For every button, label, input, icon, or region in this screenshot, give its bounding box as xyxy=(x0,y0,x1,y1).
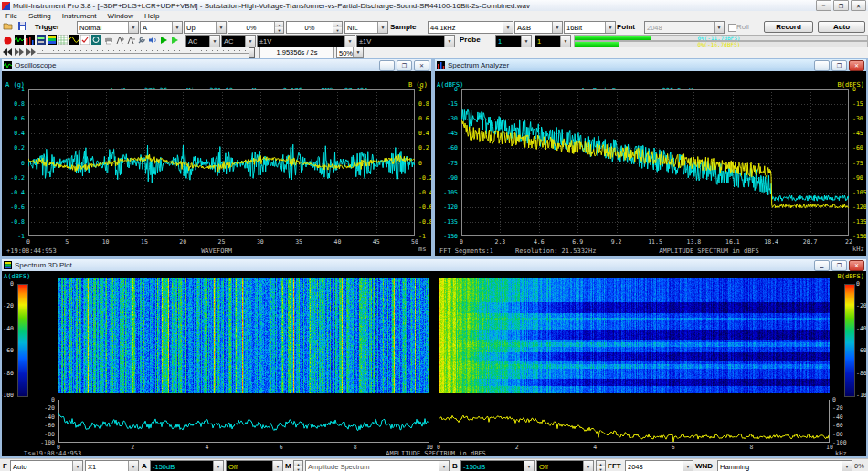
rewind-icon[interactable] xyxy=(2,47,12,56)
level-meter-a: 0%(-11.7dBFS) xyxy=(574,35,868,41)
trigger-mode-select[interactable]: Normal xyxy=(77,21,139,34)
data-logger-icon[interactable] xyxy=(58,35,69,45)
settings-wrench-icon[interactable] xyxy=(137,36,147,46)
roll-checkbox[interactable] xyxy=(728,24,736,32)
playback-slider[interactable] xyxy=(37,53,254,54)
b-ref-select[interactable]: Off xyxy=(536,460,594,471)
panel-minimize-icon[interactable] xyxy=(814,260,830,271)
x-zoom-select[interactable]: X1 xyxy=(85,460,139,471)
coupling-a-select[interactable]: AC xyxy=(185,35,220,47)
m-spinner[interactable] xyxy=(293,460,303,471)
spectrum-3d-titlebar[interactable]: Spectrum 3D Plot xyxy=(2,259,866,272)
spinner-arrows-icon[interactable] xyxy=(294,461,302,471)
panel-maximize-icon[interactable] xyxy=(397,60,412,71)
speaker-icon[interactable] xyxy=(148,36,158,46)
trigger-delay-spinner[interactable]: 0% xyxy=(286,21,343,34)
spinner-arrows-icon[interactable] xyxy=(333,22,342,33)
spectrum-3d-plot-icon[interactable] xyxy=(48,35,58,45)
record-indicator-icon[interactable] xyxy=(4,37,14,47)
tick-label: 0.6 xyxy=(418,116,429,122)
fast-forward-icon[interactable] xyxy=(26,47,36,56)
oscilloscope-icon[interactable] xyxy=(15,35,25,45)
panel-maximize-icon[interactable] xyxy=(831,260,847,271)
b-spinner[interactable] xyxy=(596,460,606,471)
trigger-source-select[interactable]: A xyxy=(140,21,183,34)
panel-minimize-icon[interactable] xyxy=(814,60,830,71)
spectrum-analyzer-titlebar[interactable]: Spectrum Analyzer xyxy=(435,59,866,72)
colorbar-b-ticks: 0-20-40-60-80-100 xyxy=(855,284,866,395)
view-mode-select[interactable]: Amplitude Spectrum xyxy=(305,460,450,471)
trigger-level-spinner[interactable]: 0% xyxy=(228,21,284,34)
panel-close-icon[interactable] xyxy=(414,60,429,71)
playback-zoom-select[interactable]: 50% xyxy=(336,47,364,58)
maximize-icon[interactable]: ❐ xyxy=(833,0,849,11)
coupling-b-select[interactable]: AC xyxy=(221,35,256,47)
tick-label: 45 xyxy=(373,239,380,246)
signal-generator-icon[interactable] xyxy=(69,35,79,45)
tick-label: -100 xyxy=(40,440,55,446)
font-decrease-icon[interactable] xyxy=(126,36,136,46)
probe-b-select[interactable]: 1 xyxy=(535,35,571,47)
tick-label: 0 xyxy=(454,87,458,93)
tick-label: 1 xyxy=(418,87,422,93)
menu-item[interactable]: File xyxy=(0,12,23,20)
range-a-select[interactable]: ±1V xyxy=(257,35,355,47)
save-icon[interactable] xyxy=(17,21,27,31)
panel-close-icon[interactable] xyxy=(849,260,864,271)
multimeter-icon[interactable] xyxy=(37,35,47,45)
sample-channels-select[interactable]: A&B xyxy=(514,21,563,34)
spectrum-analyzer-icon xyxy=(437,61,445,69)
tick-label: -20 xyxy=(44,405,55,412)
spectrum-analyzer-icon[interactable] xyxy=(26,35,36,45)
menu-item[interactable]: Window xyxy=(102,12,139,20)
minimize-icon[interactable]: – xyxy=(816,0,831,11)
play-channel-a-icon[interactable] xyxy=(159,36,169,46)
tick-label: -100 xyxy=(2,392,14,399)
status-bar: F Auto X1 A -150dB Off M Amplitude Spect… xyxy=(0,458,868,471)
record-button[interactable]: Record xyxy=(764,21,813,33)
range-b-select[interactable]: ±1V xyxy=(356,35,455,47)
playback-slider-thumb[interactable] xyxy=(249,47,255,58)
tick-label: 9.2 xyxy=(611,239,622,246)
chevron-down-icon xyxy=(128,22,138,33)
b-range-select[interactable]: -150dB xyxy=(460,460,535,471)
tick-label: -30 xyxy=(852,116,863,122)
a-range-select[interactable]: -150dB xyxy=(150,460,224,471)
chevron-down-icon xyxy=(683,461,693,471)
fft-resolution: Resolution: 21.5332Hz xyxy=(515,247,597,255)
device-test-plan-icon[interactable] xyxy=(80,35,90,45)
spinner-arrows-icon[interactable] xyxy=(274,22,283,33)
tick-label: -0.2 xyxy=(10,174,25,181)
window-function-select[interactable]: Hamming xyxy=(717,460,852,471)
panel-minimize-icon[interactable] xyxy=(379,60,395,71)
font-increase-icon[interactable] xyxy=(115,36,125,46)
auto-button[interactable]: Auto xyxy=(818,21,865,33)
tick-label: -20 xyxy=(832,405,843,412)
open-file-icon[interactable] xyxy=(3,21,13,31)
oscilloscope-titlebar[interactable]: Oscilloscope xyxy=(2,59,431,72)
lcr-meter-icon[interactable] xyxy=(91,35,101,45)
probe-a-select[interactable]: 1 xyxy=(495,35,532,47)
panel-maximize-icon[interactable] xyxy=(831,60,847,71)
menu-item[interactable]: Instrument xyxy=(57,12,102,20)
frequency-mode-select[interactable]: Auto xyxy=(10,460,83,471)
sample-bits-select[interactable]: 16Bit xyxy=(564,21,616,34)
sample-rate-select[interactable]: 44.1kHz xyxy=(428,21,513,34)
a-ref-select[interactable]: Off xyxy=(226,460,283,471)
play-channel-b-icon[interactable] xyxy=(170,36,180,46)
chevron-down-icon xyxy=(128,461,138,471)
spinner-arrows-icon[interactable] xyxy=(597,461,605,471)
tick-label: -105 xyxy=(852,189,866,195)
axis-label-a: A(dBFS) xyxy=(437,81,464,89)
step-forward-icon[interactable] xyxy=(14,47,24,56)
close-icon[interactable]: ✕ xyxy=(851,0,866,11)
fft-size-select[interactable]: 2048 xyxy=(625,460,693,471)
tick-label: -150 xyxy=(852,234,866,240)
trigger-edge-select[interactable]: Up xyxy=(184,21,227,34)
print-icon[interactable] xyxy=(104,36,114,46)
trigger-hpf-select[interactable]: NIL xyxy=(344,21,388,34)
panel-close-icon[interactable] xyxy=(849,60,864,71)
panel-title: Oscilloscope xyxy=(15,61,377,69)
menu-item[interactable]: Setting xyxy=(23,12,57,20)
menu-item[interactable]: Help xyxy=(139,12,164,20)
